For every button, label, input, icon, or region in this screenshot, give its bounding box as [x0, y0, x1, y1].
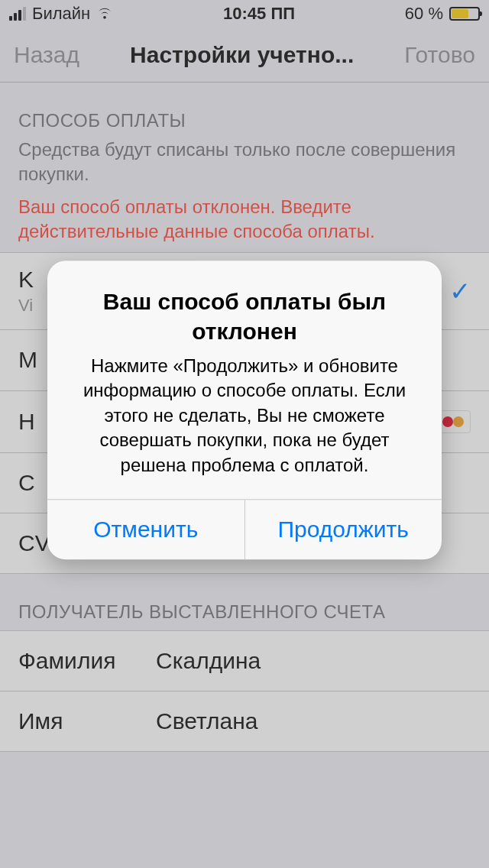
cancel-button[interactable]: Отменить [47, 500, 244, 559]
alert-actions: Отменить Продолжить [47, 499, 442, 559]
continue-button[interactable]: Продолжить [244, 500, 442, 559]
alert-message: Нажмите «Продолжить» и обновите информац… [67, 354, 422, 478]
alert-body: Ваш способ оплаты был отклонен Нажмите «… [47, 261, 442, 499]
alert-dialog: Ваш способ оплаты был отклонен Нажмите «… [47, 261, 442, 559]
alert-title: Ваш способ оплаты был отклонен [67, 287, 422, 346]
